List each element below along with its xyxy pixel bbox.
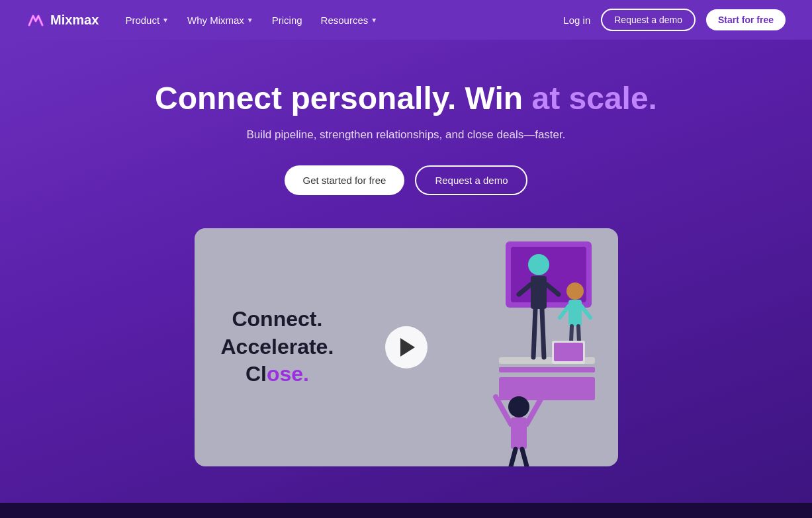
svg-line-9	[533, 309, 535, 357]
request-demo-hero-button[interactable]: Request a demo	[415, 165, 527, 195]
nav-pricing[interactable]: Pricing	[272, 15, 302, 26]
nav-resources[interactable]: Resources ▼	[321, 15, 378, 26]
mixmax-logo-icon	[26, 11, 45, 29]
hero-buttons: Get started for free Request a demo	[26, 165, 786, 195]
svg-line-10	[542, 309, 544, 357]
video-line-2: Accelerate.	[221, 333, 334, 361]
video-line-3: Close.	[221, 361, 334, 388]
hero-title: Connect personally. Win at scale.	[26, 79, 786, 118]
svg-rect-3	[499, 367, 595, 372]
hero-illustration	[433, 228, 605, 466]
hero-section: Connect personally. Win at scale. Build …	[0, 40, 812, 503]
get-started-button[interactable]: Get started for free	[285, 165, 405, 195]
svg-rect-4	[499, 377, 595, 400]
svg-rect-12	[568, 300, 582, 326]
navbar: Mixmax Product ▼ Why Mixmax ▼ Pricing Re…	[0, 0, 812, 40]
svg-rect-24	[554, 343, 583, 361]
svg-rect-18	[511, 417, 527, 449]
svg-point-17	[508, 396, 529, 417]
nav-links: Product ▼ Why Mixmax ▼ Pricing Resources…	[125, 15, 563, 26]
brand-name: Mixmax	[50, 13, 99, 28]
chevron-down-icon: ▼	[247, 17, 253, 24]
chevron-down-icon: ▼	[371, 17, 377, 24]
svg-line-19	[496, 397, 511, 424]
svg-line-21	[511, 449, 516, 466]
chevron-down-icon: ▼	[162, 17, 169, 24]
hero-subtitle: Build pipeline, strengthen relationships…	[26, 128, 786, 142]
start-free-nav-button[interactable]: Start for free	[706, 9, 786, 30]
logo[interactable]: Mixmax	[26, 11, 99, 29]
nav-right: Log in Request a demo Start for free	[563, 9, 786, 31]
video-line-1: Connect.	[221, 306, 334, 333]
svg-line-20	[527, 397, 542, 424]
video-card: Connect. Accelerate. Close.	[195, 228, 618, 466]
nav-product[interactable]: Product ▼	[125, 15, 169, 26]
svg-rect-6	[531, 276, 547, 309]
play-icon	[400, 338, 415, 357]
svg-line-22	[522, 449, 527, 466]
svg-point-5	[528, 254, 549, 275]
illustration-svg	[433, 228, 605, 466]
svg-point-11	[566, 282, 584, 300]
play-button[interactable]	[385, 326, 428, 368]
trusted-section: Trusted by more than 60,000 customers X …	[0, 503, 812, 518]
request-demo-nav-button[interactable]: Request a demo	[601, 9, 696, 31]
video-text: Connect. Accelerate. Close.	[195, 279, 361, 415]
nav-why-mixmax[interactable]: Why Mixmax ▼	[187, 15, 253, 26]
login-button[interactable]: Log in	[563, 15, 590, 26]
svg-line-13	[560, 306, 568, 318]
svg-line-14	[582, 306, 590, 318]
